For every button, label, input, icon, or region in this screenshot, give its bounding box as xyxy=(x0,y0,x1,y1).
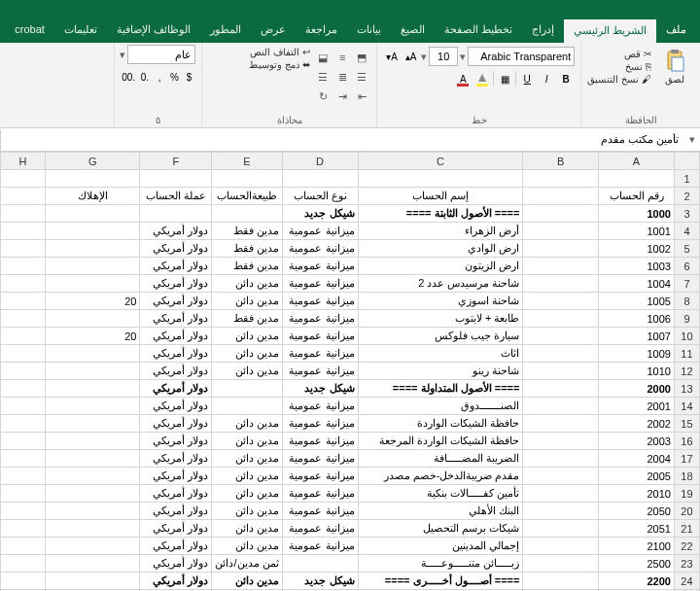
cell-H21[interactable] xyxy=(1,520,46,538)
cell-H11[interactable] xyxy=(1,345,46,363)
cell-H4[interactable] xyxy=(1,223,46,240)
cell-B21[interactable] xyxy=(523,520,599,538)
align-center-button[interactable]: ≣ xyxy=(333,68,351,86)
tab-data[interactable]: بيانات xyxy=(347,19,391,43)
cell-D2[interactable]: نوع الحساب xyxy=(282,188,358,205)
cell-F6[interactable]: دولار أمريكي xyxy=(140,258,212,275)
cell-A19[interactable]: 2010 xyxy=(599,485,675,503)
cell-G21[interactable] xyxy=(45,520,140,538)
cell-F5[interactable]: دولار أمريكي xyxy=(140,240,212,258)
cell-C23[interactable]: زبـــــائن متنـــــوعـــــة xyxy=(358,555,523,573)
cell-E1[interactable] xyxy=(212,170,282,188)
cell-H2[interactable] xyxy=(1,188,46,205)
cell-E17[interactable]: مدين دائن xyxy=(212,450,282,468)
cell-H9[interactable] xyxy=(1,310,46,328)
cell-C5[interactable]: ارض الوادي xyxy=(358,240,523,258)
col-header-E[interactable]: E xyxy=(212,153,282,170)
cell-B16[interactable] xyxy=(523,433,599,450)
align-top-button[interactable]: ⬒ xyxy=(353,49,370,66)
cell-F19[interactable]: دولار أمريكي xyxy=(140,485,212,503)
cell-A16[interactable]: 2003 xyxy=(599,433,675,450)
font-size-combo[interactable] xyxy=(429,47,458,66)
row-header-6[interactable]: 6 xyxy=(674,258,699,275)
cell-H17[interactable] xyxy=(1,450,46,468)
cell-B20[interactable] xyxy=(523,503,599,520)
cell-G23[interactable] xyxy=(45,555,140,573)
cell-B2[interactable] xyxy=(523,188,599,205)
cell-E12[interactable]: مدين دائن xyxy=(212,363,282,380)
cell-F17[interactable]: دولار أمريكي xyxy=(140,450,212,468)
tab-pagelayout[interactable]: تخطيط الصفحة xyxy=(435,19,522,43)
cut-button[interactable]: ✂ قص xyxy=(587,49,651,59)
cell-C19[interactable]: تأمين كفـــــالات بنكية xyxy=(358,485,523,503)
row-header-23[interactable]: 23 xyxy=(674,555,699,573)
cell-H1[interactable] xyxy=(1,170,46,188)
cell-A11[interactable]: 1009 xyxy=(599,345,675,363)
cell-D1[interactable] xyxy=(282,170,358,188)
cell-A9[interactable]: 1006 xyxy=(599,310,675,328)
cell-B15[interactable] xyxy=(523,415,599,433)
cell-C21[interactable]: شيكات برسم التحصيل xyxy=(358,520,523,538)
cell-H8[interactable] xyxy=(1,293,46,310)
cell-C14[interactable]: الصنـــــــدوق xyxy=(358,398,523,415)
cell-F20[interactable]: دولار أمريكي xyxy=(140,503,212,520)
tab-acrobat[interactable]: crobat xyxy=(5,19,54,43)
cell-H23[interactable] xyxy=(1,555,46,573)
cell-G18[interactable] xyxy=(45,468,140,485)
cell-D23[interactable] xyxy=(282,555,358,573)
cell-E11[interactable]: مدين دائن xyxy=(212,345,282,363)
cell-E19[interactable]: مدين دائن xyxy=(212,485,282,503)
cell-D3[interactable]: شيكل جديد xyxy=(282,205,358,223)
cell-G7[interactable] xyxy=(45,275,140,293)
cell-G19[interactable] xyxy=(45,485,140,503)
cell-D4[interactable]: ميزانية عمومية xyxy=(282,223,358,240)
row-header-11[interactable]: 11 xyxy=(674,345,699,363)
cell-B5[interactable] xyxy=(523,240,599,258)
cell-A21[interactable]: 2051 xyxy=(599,520,675,538)
cell-H7[interactable] xyxy=(1,275,46,293)
cell-G6[interactable] xyxy=(45,258,140,275)
row-header-24[interactable]: 24 xyxy=(674,573,699,590)
cell-C17[interactable]: الضريبة المضـــــافة xyxy=(358,450,523,468)
cell-E3[interactable] xyxy=(212,205,282,223)
indent-dec-button[interactable]: ⇥ xyxy=(333,87,351,105)
cell-E10[interactable]: مدين دائن xyxy=(212,328,282,345)
align-bottom-button[interactable]: ⬓ xyxy=(314,49,332,66)
cell-F23[interactable]: دولار أمريكي xyxy=(140,555,212,573)
cell-F11[interactable]: دولار أمريكي xyxy=(140,345,212,363)
cell-A17[interactable]: 2004 xyxy=(599,450,675,468)
cell-E2[interactable]: طبيعةالحساب xyxy=(212,188,282,205)
cell-C11[interactable]: اثاث xyxy=(358,345,523,363)
cell-G1[interactable] xyxy=(45,170,140,188)
cell-H5[interactable] xyxy=(1,240,46,258)
cell-A22[interactable]: 2100 xyxy=(599,538,675,555)
cell-C20[interactable]: البنك الأهلي xyxy=(358,503,523,520)
cell-G14[interactable] xyxy=(45,398,140,415)
cell-B17[interactable] xyxy=(523,450,599,468)
copy-button[interactable]: ⎘ نسخ xyxy=(587,61,651,72)
dec-inc-button[interactable]: .0 xyxy=(138,68,151,86)
cell-A2[interactable]: رقم الحساب xyxy=(599,188,675,205)
col-header-H[interactable]: H xyxy=(1,153,46,170)
cell-E5[interactable]: مدين فقط xyxy=(212,240,282,258)
cell-A23[interactable]: 2500 xyxy=(599,555,675,573)
row-header-15[interactable]: 15 xyxy=(674,415,699,433)
cell-E24[interactable]: مدين دائن xyxy=(212,573,282,590)
cell-B24[interactable] xyxy=(523,573,599,590)
cell-G4[interactable] xyxy=(45,223,140,240)
format-painter-button[interactable]: 🖌 نسخ التنسيق xyxy=(587,74,651,85)
cell-H12[interactable] xyxy=(1,363,46,380)
cell-E6[interactable]: مدين فقط xyxy=(212,258,282,275)
cell-D6[interactable]: ميزانية عمومية xyxy=(282,258,358,275)
cell-F3[interactable] xyxy=(140,205,212,223)
fill-color-button[interactable] xyxy=(473,70,491,87)
cell-F4[interactable]: دولار أمريكي xyxy=(140,223,212,240)
cell-G12[interactable] xyxy=(45,363,140,380)
cell-A24[interactable]: 2200 xyxy=(599,573,675,590)
row-header-1[interactable]: 1 xyxy=(674,170,699,188)
cell-A15[interactable]: 2002 xyxy=(599,415,675,433)
cell-H22[interactable] xyxy=(1,538,46,555)
cell-D24[interactable]: شيكل جديد xyxy=(282,573,358,590)
cell-H15[interactable] xyxy=(1,415,46,433)
percent-button[interactable]: % xyxy=(168,68,181,86)
